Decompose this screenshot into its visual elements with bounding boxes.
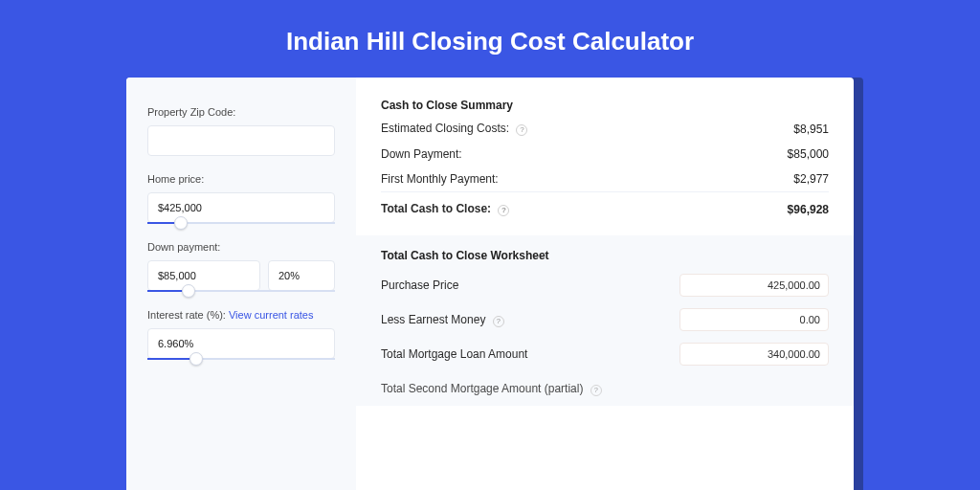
down-payment-slider[interactable] [147, 290, 335, 292]
field-interest-rate: Interest rate (%): View current rates [147, 309, 335, 360]
worksheet-label: Purchase Price [381, 278, 458, 292]
summary-total-value: $96,928 [788, 203, 829, 216]
help-icon[interactable]: ? [516, 124, 527, 136]
field-down-payment: Down payment: [147, 241, 335, 292]
worksheet-row-purchase-price: Purchase Price [381, 268, 829, 302]
summary-row-down-payment: Down Payment: $85,000 [381, 142, 829, 167]
view-rates-link[interactable]: View current rates [229, 309, 313, 321]
home-price-label: Home price: [147, 173, 335, 185]
slider-thumb[interactable] [174, 216, 188, 230]
interest-rate-label-text: Interest rate (%): [147, 309, 226, 321]
summary-label: Down Payment: [381, 147, 462, 161]
interest-rate-label: Interest rate (%): View current rates [147, 309, 335, 321]
results-area: Cash to Close Summary Estimated Closing … [356, 78, 854, 490]
page-title: Indian Hill Closing Cost Calculator [0, 0, 980, 78]
worksheet-section: Total Cash to Close Worksheet Purchase P… [356, 235, 854, 406]
worksheet-title: Total Cash to Close Worksheet [381, 249, 829, 262]
interest-rate-input[interactable] [147, 328, 335, 359]
interest-rate-slider[interactable] [147, 358, 335, 360]
worksheet-label: Total Second Mortgage Amount (partial) ? [381, 382, 602, 396]
worksheet-value-input[interactable] [679, 274, 829, 297]
worksheet-label: Total Mortgage Loan Amount [381, 347, 527, 361]
inputs-sidebar: Property Zip Code: Home price: Down paym… [126, 78, 356, 490]
summary-value: $85,000 [788, 147, 829, 161]
worksheet-row-mortgage-amount: Total Mortgage Loan Amount [381, 337, 829, 371]
worksheet-label: Less Earnest Money ? [381, 313, 504, 327]
help-icon[interactable]: ? [498, 205, 509, 216]
summary-value: $2,977 [793, 172, 829, 186]
worksheet-value-input[interactable] [679, 343, 829, 366]
help-icon[interactable]: ? [590, 385, 602, 396]
summary-label: First Monthly Payment: [381, 172, 499, 186]
summary-value: $8,951 [793, 122, 829, 136]
down-payment-percent-input[interactable] [268, 260, 335, 291]
down-payment-amount-input[interactable] [147, 260, 260, 291]
worksheet-row-second-mortgage: Total Second Mortgage Amount (partial) ? [381, 371, 829, 406]
panel: Property Zip Code: Home price: Down paym… [126, 78, 854, 490]
calculator-panel: Property Zip Code: Home price: Down paym… [126, 78, 854, 490]
field-zip: Property Zip Code: [147, 106, 335, 156]
summary-total-label: Total Cash to Close: ? [381, 202, 509, 216]
home-price-slider[interactable] [147, 222, 335, 224]
worksheet-label-text: Total Second Mortgage Amount (partial) [381, 382, 583, 395]
slider-thumb[interactable] [182, 284, 195, 298]
down-payment-label: Down payment: [147, 241, 335, 253]
summary-label-text: Estimated Closing Costs: [381, 122, 509, 135]
summary-title: Cash to Close Summary [381, 99, 829, 112]
worksheet-label-text: Less Earnest Money [381, 313, 485, 326]
summary-label: Estimated Closing Costs: ? [381, 122, 527, 136]
zip-input[interactable] [147, 125, 335, 156]
summary-total-label-text: Total Cash to Close: [381, 202, 491, 215]
help-icon[interactable]: ? [493, 316, 504, 327]
worksheet-row-earnest-money: Less Earnest Money ? [381, 302, 829, 337]
zip-label: Property Zip Code: [147, 106, 335, 118]
summary-row-first-payment: First Monthly Payment: $2,977 [381, 167, 829, 191]
summary-row-closing-costs: Estimated Closing Costs: ? $8,951 [381, 116, 829, 142]
field-home-price: Home price: [147, 173, 335, 224]
summary-section: Cash to Close Summary Estimated Closing … [381, 99, 829, 222]
summary-row-total: Total Cash to Close: ? $96,928 [381, 191, 829, 222]
worksheet-value-input[interactable] [679, 308, 829, 331]
slider-thumb[interactable] [189, 352, 203, 366]
